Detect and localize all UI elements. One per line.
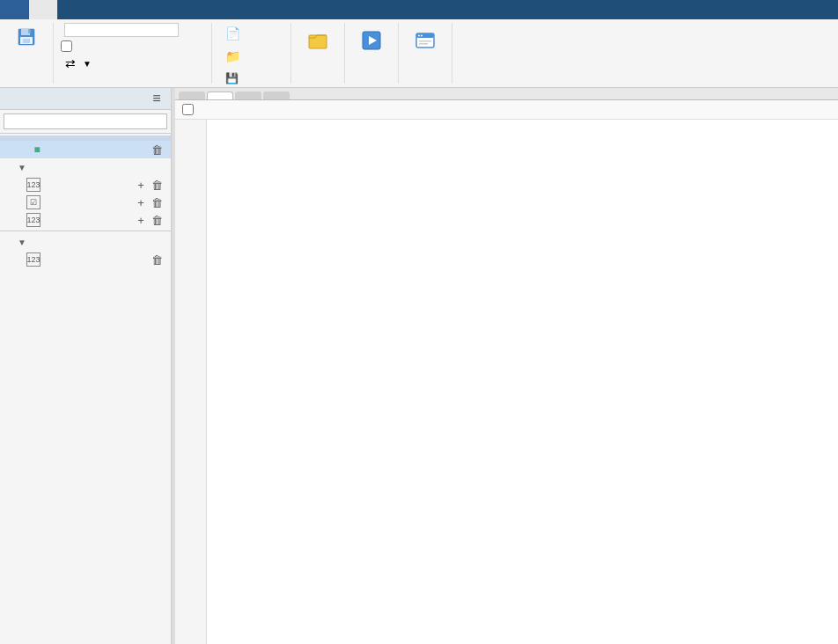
tree-item-gainvalue[interactable]: 123 + 🗑 [0,176,171,194]
tree-item-parameters[interactable]: ▼ [0,158,171,176]
svg-rect-12 [419,40,431,42]
svg-rect-13 [419,43,428,45]
tree-item-controls[interactable]: ▼ [0,233,171,251]
toolbar-group-evaluate [345,23,399,84]
enablebias-delete-button[interactable]: 🗑 [150,195,164,209]
tree-item-biasvalue[interactable]: 123 + 🗑 [0,211,171,229]
init-delete-button[interactable]: 🗑 [150,143,164,157]
code-area [175,120,838,644]
save-mask-button[interactable] [7,23,46,53]
resetvisibility-actions: 🗑 [150,252,164,267]
tab-code[interactable] [207,91,233,99]
tab-constraints[interactable] [235,91,261,99]
tab-icon[interactable] [263,91,290,99]
resetvisibility-delete-button[interactable]: 🗑 [150,252,164,267]
tab-code[interactable] [29,0,58,19]
gainvalue-add-button[interactable]: + [134,178,148,192]
top-tab-bar [0,0,838,19]
params-group-icon [30,160,44,174]
biasvalue-icon: 123 [26,213,40,227]
svg-point-10 [418,35,420,37]
main-area: ≡ ■ 🗑 ▼ [0,88,838,644]
svg-point-11 [421,35,423,37]
browse-row: 📁 [219,46,250,67]
evaluate-block-icon [361,30,382,51]
init-icon: ■ [30,143,44,157]
tab-parameters-dialog[interactable] [179,91,205,99]
tree-item-initialization[interactable]: ■ 🗑 [0,141,171,158]
tree-item-resetvisibility[interactable]: 123 🗑 [0,251,171,268]
save-as-row: 💾 [219,69,248,88]
switch-callback-row: ⇄ ▼ [61,54,96,73]
toolbar-group-preview [399,23,452,84]
left-panel: ≡ ■ 🗑 ▼ [0,88,172,644]
expand-arrow-params: ▼ [18,163,28,172]
switch-callback-icon: ⇄ [65,56,76,70]
save-as-icon: 💾 [225,72,239,84]
biasvalue-delete-button[interactable]: 🗑 [150,213,164,227]
new-icon: 📄 [225,26,240,40]
open-button[interactable] [298,26,337,56]
evaluate-block-button[interactable] [352,26,391,56]
tab-mask-editor[interactable] [0,0,29,19]
search-input[interactable] [4,113,167,129]
save-as-button[interactable]: 💾 [219,69,248,88]
switch-callback-arrow: ▼ [83,59,92,69]
svg-rect-4 [23,39,30,43]
save-mask-icon [16,26,37,48]
open-icon [307,30,328,51]
svg-rect-2 [28,29,31,33]
toolbar: ⇄ ▼ 📄 📁 💾 [0,19,838,88]
browse-icon: 📁 [225,49,240,63]
save-callback-row [61,40,76,52]
controls-group-icon [30,235,44,249]
svg-rect-5 [309,35,327,48]
browse-button[interactable]: 📁 [219,46,250,67]
new-button[interactable]: 📄 [219,23,250,44]
init-actions: 🗑 [150,143,164,157]
biasvalue-add-button[interactable]: + [134,213,148,227]
tree-item-enablebias[interactable]: ☑ + 🗑 [0,194,171,211]
allow-mask-row [175,100,838,120]
expand-arrow-controls: ▼ [18,238,28,247]
toolbar-group-save [0,23,54,84]
enablebias-actions: + 🗑 [134,195,164,209]
line-numbers [175,120,207,644]
allow-mask-checkbox[interactable] [182,104,194,115]
resetvisibility-icon: 123 [26,252,40,267]
code-content[interactable] [207,120,838,644]
file-name-row [61,23,179,37]
gainvalue-delete-button[interactable]: 🗑 [150,178,164,192]
search-bar [0,110,171,134]
save-callback-checkbox[interactable] [61,40,72,52]
gainvalue-icon: 123 [26,178,40,192]
enablebias-icon: ☑ [26,195,40,209]
gainvalue-actions: + 🗑 [134,178,164,192]
toolbar-group-open [291,23,345,84]
switch-callback-button[interactable]: ⇄ ▼ [61,54,96,73]
enablebias-add-button[interactable]: + [134,195,148,209]
biasvalue-actions: + 🗑 [134,213,164,227]
code-browser-header: ≡ [0,88,171,110]
preview-dialog-icon [415,30,436,51]
right-panel [175,88,838,644]
file-name-input[interactable] [64,23,179,37]
new-browse-row: 📄 [219,23,250,44]
panel-options-button[interactable]: ≡ [150,91,164,106]
toolbar-group-callback: ⇄ ▼ [54,23,212,84]
toolbar-group-files: 📄 📁 💾 [212,23,291,84]
tab-bar [175,88,838,100]
preview-dialog-button[interactable] [406,26,445,56]
tree-section: ■ 🗑 ▼ 123 + 🗑 [0,134,171,270]
